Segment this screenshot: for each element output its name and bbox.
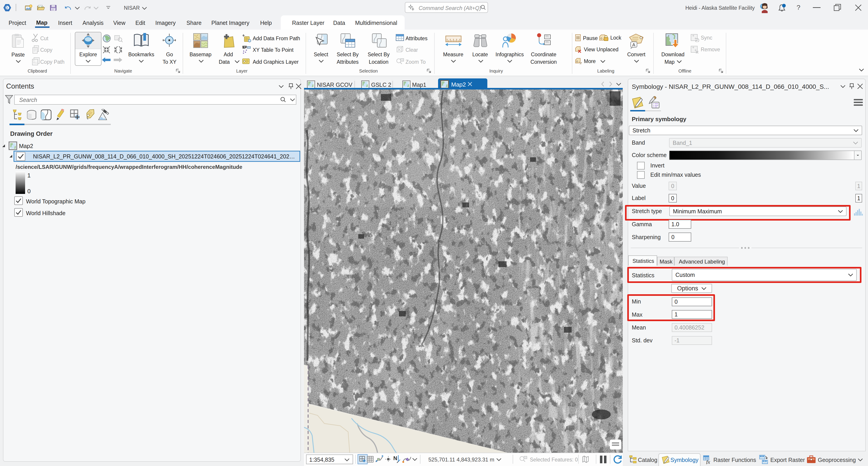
svg-text:N: N: [393, 455, 397, 461]
svg-text:A: A: [632, 42, 636, 47]
svg-text:fx: fx: [706, 459, 710, 464]
svg-text:XY: XY: [242, 45, 247, 49]
